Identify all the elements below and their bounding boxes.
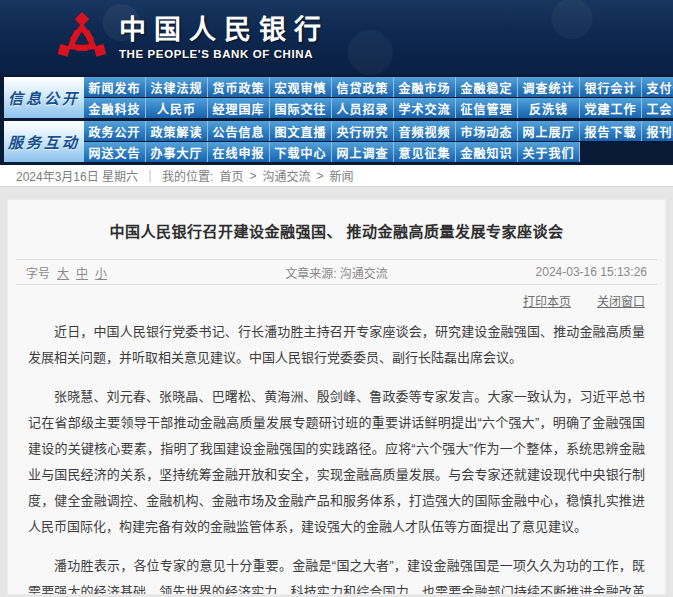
nav-item[interactable]: 银行会计 [580, 77, 642, 97]
nav-item[interactable]: 关于我们 [518, 142, 580, 162]
nav-item[interactable]: 人员招录 [332, 98, 394, 118]
nav-item[interactable]: 新闻发布 [84, 77, 146, 97]
close-window-button[interactable]: 关闭窗口 [597, 292, 645, 309]
nav-item[interactable]: 网上调查 [332, 142, 394, 162]
article-source: 文章来源: 沟通交流 [209, 264, 465, 281]
nav-item[interactable]: 工会工作 [642, 98, 673, 118]
nav-item[interactable]: 学术交流 [394, 98, 456, 118]
breadcrumb-home-link[interactable]: 首页 [219, 167, 243, 184]
bank-name-english: THE PEOPLE'S BANK OF CHINA [119, 48, 329, 60]
font-size-medium-button[interactable]: 中 [76, 264, 88, 281]
nav-item[interactable]: 意见征集 [394, 142, 456, 162]
nav-item[interactable]: 国际交往 [270, 98, 332, 118]
nav-item[interactable]: 货币政策 [208, 77, 270, 97]
nav-item[interactable]: 报刊年鉴 [642, 121, 673, 141]
font-size-small-button[interactable]: 小 [95, 264, 107, 281]
nav-item[interactable]: 金融市场 [394, 77, 456, 97]
nav-group-information-disclosure: 信息公开 新闻发布法律法规货币政策宏观审慎信贷政策金融市场金融稳定调查统计银行会… [4, 77, 673, 118]
article-body: 近日，中国人民银行党委书记、行长潘功胜主持召开专家座谈会，研究建设金融强国、推动… [8, 315, 665, 595]
nav-item[interactable]: 报告下载 [580, 121, 642, 141]
nav-item[interactable]: 办事大厅 [146, 142, 208, 162]
article-container: 中国人民银行召开建设金融强国、 推动金融高质量发展专家座谈会 字号 大 中 小 … [7, 199, 666, 595]
nav-item[interactable]: 调查统计 [518, 77, 580, 97]
pboc-logo-icon [57, 11, 107, 67]
breadcrumb-pipe: ｜ [144, 167, 156, 184]
print-page-button[interactable]: 打印本页 [523, 292, 571, 309]
location-label: 我的位置: [162, 167, 213, 184]
nav-item[interactable]: 征信管理 [456, 98, 518, 118]
nav-item[interactable]: 市场动态 [456, 121, 518, 141]
nav-group-service-interaction: 服务互动 政务公开政策解读公告信息图文直播央行研究音频视频市场动态网上展厅报告下… [4, 121, 673, 162]
nav-item[interactable]: 音频视频 [394, 121, 456, 141]
article-meta-bar: 字号 大 中 小 文章来源: 沟通交流 2024-03-16 15:13:26 [16, 259, 657, 285]
article-paragraph: 潘功胜表示，各位专家的意见十分重要。金融是“国之大者”，建设金融强国是一项久久为… [28, 553, 645, 595]
site-header: 中国人民银行 THE PEOPLE'S BANK OF CHINA [0, 0, 673, 75]
article-datetime: 2024-03-16 15:13:26 [464, 265, 657, 279]
nav-item[interactable]: 法律法规 [146, 77, 208, 97]
nav-item[interactable]: 经理国库 [208, 98, 270, 118]
nav-item[interactable]: 公告信息 [208, 121, 270, 141]
nav-group-label: 信息公开 [4, 77, 84, 118]
nav-item[interactable]: 央行研究 [332, 121, 394, 141]
font-size-label: 字号 [26, 264, 50, 281]
nav-item[interactable]: 下载中心 [270, 142, 332, 162]
nav-item[interactable]: 宏观审慎 [270, 77, 332, 97]
nav-item[interactable]: 金融科技 [84, 98, 146, 118]
nav-item[interactable]: 网上展厅 [518, 121, 580, 141]
nav-item[interactable]: 金融稳定 [456, 77, 518, 97]
nav-item[interactable]: 反洗钱 [518, 98, 580, 118]
nav-item[interactable]: 图文直播 [270, 121, 332, 141]
article-paragraph: 近日，中国人民银行党委书记、行长潘功胜主持召开专家座谈会，研究建设金融强国、推动… [28, 319, 645, 371]
article-actions: 打印本页 关闭窗口 [16, 285, 657, 315]
nav-item[interactable]: 网送文告 [84, 142, 146, 162]
nav-item[interactable]: 政务公开 [84, 121, 146, 141]
nav-item[interactable]: 支付体系 [642, 77, 673, 97]
nav-group-label: 服务互动 [4, 121, 84, 162]
nav-item[interactable]: 信贷政策 [332, 77, 394, 97]
main-navigation: 信息公开 新闻发布法律法规货币政策宏观审慎信贷政策金融市场金融稳定调查统计银行会… [0, 75, 673, 165]
breadcrumb-current-page: 新闻 [329, 167, 353, 184]
nav-item[interactable]: 政策解读 [146, 121, 208, 141]
breadcrumb-section-link[interactable]: 沟通交流 [262, 167, 310, 184]
breadcrumb: 2024年3月16日 星期六 ｜ 我的位置: 首页 > 沟通交流 > 新闻 [0, 165, 673, 187]
breadcrumb-separator: > [316, 169, 323, 183]
article-title: 中国人民银行召开建设金融强国、 推动金融高质量发展专家座谈会 [8, 200, 665, 259]
breadcrumb-separator: > [249, 169, 256, 183]
current-date: 2024年3月16日 星期六 [16, 167, 138, 184]
nav-item[interactable]: 在线申报 [208, 142, 270, 162]
article-paragraph: 张晓慧、刘元春、张晓晶、巴曙松、黄海洲、殷剑峰、鲁政委等专家发言。大家一致认为，… [28, 384, 645, 540]
bank-name-chinese: 中国人民银行 [119, 15, 329, 45]
font-size-large-button[interactable]: 大 [57, 264, 69, 281]
nav-item[interactable]: 金融知识 [456, 142, 518, 162]
nav-item[interactable]: 人民币 [146, 98, 208, 118]
nav-item[interactable]: 党建工作 [580, 98, 642, 118]
